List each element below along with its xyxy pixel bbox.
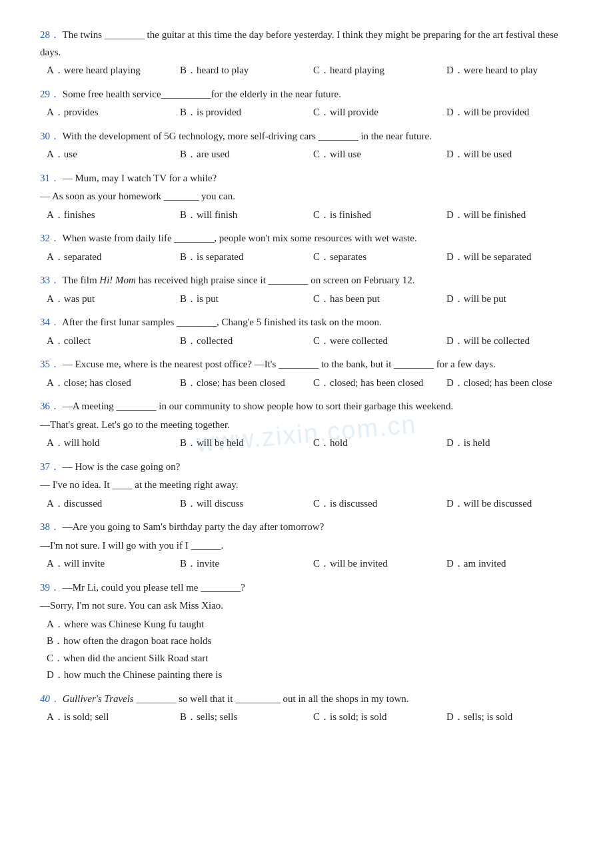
question-29-text: 29． Some free health service__________fo… (40, 86, 573, 103)
option-item: A．is sold; sell (47, 709, 173, 726)
question-29: 29． Some free health service__________fo… (40, 86, 573, 121)
option-item: B．collected (180, 333, 306, 350)
question-31: 31． — Mum, may I watch TV for a while? —… (40, 170, 573, 224)
option-item: A．finishes (47, 207, 173, 224)
option-item: C．when did the ancient Silk Road start (47, 650, 573, 667)
question-35-text: 35． — Excuse me, where is the nearest po… (40, 356, 573, 373)
question-29-options: A．provides B．is provided C．will provide … (40, 104, 573, 121)
question-33-text: 33． The film Hi! Mom has received high p… (40, 272, 573, 289)
question-31-line2: — As soon as your homework _______ you c… (40, 188, 573, 205)
option-item: B．invite (180, 555, 306, 573)
question-38: 38． —Are you going to Sam's birthday par… (40, 519, 573, 573)
option-item: C．closed; has been closed (313, 375, 440, 392)
option-item: A．use (47, 146, 173, 163)
option-item: D．will be put (446, 291, 573, 308)
option-item: C．is finished (313, 207, 440, 224)
option-item: D．sells; is sold (446, 709, 573, 726)
option-item: A．separated (47, 249, 173, 266)
question-32-options: A．separated B．is separated C．separates D… (40, 249, 573, 266)
option-item: C．is discussed (313, 495, 440, 513)
option-item: D．will be provided (446, 104, 573, 121)
option-item: C．will provide (313, 104, 440, 121)
question-38-line1: 38． —Are you going to Sam's birthday par… (40, 519, 573, 536)
option-item: B．sells; sells (180, 709, 306, 726)
option-item: A．collect (47, 333, 173, 350)
question-36: 36． —A meeting ________ in our community… (40, 398, 573, 452)
question-37: 37． — How is the case going on? — I've n… (40, 459, 573, 513)
question-40-options: A．is sold; sell B．sells; sells C．is sold… (40, 709, 573, 726)
option-item: B．is separated (180, 249, 306, 266)
question-32: 32． When waste from daily life ________,… (40, 230, 573, 265)
option-item: A．will invite (47, 555, 173, 573)
option-item: D．will be separated (446, 249, 573, 266)
question-34: 34． After the first lunar samples ______… (40, 314, 573, 349)
option-item: B．is provided (180, 104, 306, 121)
option-item: C．separates (313, 249, 440, 266)
option-item: D．closed; has been close (446, 375, 573, 392)
option-item: D．will be discussed (446, 495, 573, 513)
question-36-line1: 36． —A meeting ________ in our community… (40, 398, 573, 415)
question-34-options: A．collect B．collected C．were collected D… (40, 333, 573, 350)
question-35: 35． — Excuse me, where is the nearest po… (40, 356, 573, 391)
option-item: D．will be used (446, 146, 573, 163)
question-30-text: 30． With the development of 5G technolog… (40, 128, 573, 145)
question-38-options: A．will invite B．invite C．will be invited… (40, 555, 573, 573)
option-item: D．were heard to play (446, 62, 573, 79)
question-40: 40． Gulliver's Travels ________ so well … (40, 691, 573, 726)
question-40-text: 40． Gulliver's Travels ________ so well … (40, 691, 573, 708)
option-item: A．were heard playing (47, 62, 173, 79)
option-item: C．will be invited (313, 555, 440, 573)
option-item: B．close; has been closed (180, 375, 306, 392)
option-item: C．were collected (313, 333, 440, 350)
question-37-options: A．discussed B．will discuss C．is discusse… (40, 495, 573, 513)
question-28-options: A．were heard playing B．heard to play C．h… (40, 62, 573, 79)
question-32-text: 32． When waste from daily life ________,… (40, 230, 573, 247)
option-item: B．will finish (180, 207, 306, 224)
question-39-options: A．where was Chinese Kung fu taught B．how… (40, 616, 573, 684)
option-item: A．where was Chinese Kung fu taught (47, 616, 573, 633)
question-30: 30． With the development of 5G technolog… (40, 128, 573, 163)
option-item: A．was put (47, 291, 173, 308)
option-item: B．will be held (180, 435, 306, 452)
option-item: B．is put (180, 291, 306, 308)
option-item: D．will be collected (446, 333, 573, 350)
question-31-line1: 31． — Mum, may I watch TV for a while? (40, 170, 573, 187)
question-38-line2: —I'm not sure. I will go with you if I _… (40, 537, 573, 555)
option-item: C．has been put (313, 291, 440, 308)
option-item: B．will discuss (180, 495, 306, 513)
option-item: C．heard playing (313, 62, 440, 79)
question-28: 28． The twins ________ the guitar at thi… (40, 27, 573, 79)
option-item: C．hold (313, 435, 440, 452)
question-33-options: A．was put B．is put C．has been put D．will… (40, 291, 573, 308)
question-31-options: A．finishes B．will finish C．is finished D… (40, 207, 573, 224)
option-item: A．close; has closed (47, 375, 173, 392)
option-item: B．are used (180, 146, 306, 163)
option-item: C．is sold; is sold (313, 709, 440, 726)
question-35-options: A．close; has closed B．close; has been cl… (40, 375, 573, 392)
question-37-line2: — I've no idea. It ____ at the meeting r… (40, 477, 573, 494)
option-item: B．how often the dragon boat race holds (47, 633, 573, 650)
option-item: B．heard to play (180, 62, 306, 79)
question-28-text: 28． The twins ________ the guitar at thi… (40, 27, 573, 61)
option-item: D．am invited (446, 555, 573, 573)
question-34-text: 34． After the first lunar samples ______… (40, 314, 573, 331)
option-item: D．will be finished (446, 207, 573, 224)
question-36-options: A．will hold B．will be held C．hold D．is h… (40, 435, 573, 452)
option-item: A．discussed (47, 495, 173, 513)
option-item: A．provides (47, 104, 173, 121)
question-36-line2: —That's great. Let's go to the meeting t… (40, 417, 573, 434)
question-30-options: A．use B．are used C．will use D．will be us… (40, 146, 573, 163)
question-39-line1: 39． —Mr Li, could you please tell me ___… (40, 579, 573, 597)
question-33: 33． The film Hi! Mom has received high p… (40, 272, 573, 307)
option-item: D．is held (446, 435, 573, 452)
question-39-line2: —Sorry, I'm not sure. You can ask Miss X… (40, 597, 573, 615)
option-item: D．how much the Chinese painting there is (47, 667, 573, 684)
question-39: 39． —Mr Li, could you please tell me ___… (40, 579, 573, 684)
option-item: C．will use (313, 146, 440, 163)
option-item: A．will hold (47, 435, 173, 452)
question-37-line1: 37． — How is the case going on? (40, 459, 573, 476)
